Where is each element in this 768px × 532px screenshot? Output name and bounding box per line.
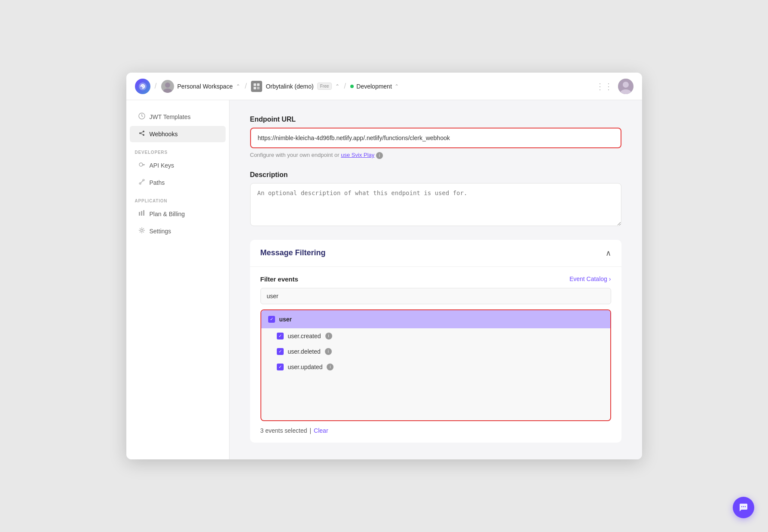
event-label-user: user [279, 316, 292, 323]
hint-prefix: Configure with your own endpoint or [250, 152, 341, 158]
event-item-user-created[interactable]: ✓ user.created i [261, 328, 610, 344]
svg-rect-24 [143, 210, 144, 216]
svg-point-1 [165, 83, 170, 88]
filtering-header[interactable]: Message Filtering ∧ [250, 240, 621, 267]
description-textarea[interactable] [250, 183, 621, 226]
main-layout: JWT Templates Webhooks DEVELOPERS API Ke… [126, 100, 642, 459]
paths-icon [138, 178, 145, 187]
api-keys-icon [138, 161, 145, 170]
checkbox-check-deleted-icon: ✓ [278, 349, 282, 354]
sidebar-item-settings[interactable]: Settings [130, 223, 226, 239]
svg-rect-23 [141, 211, 142, 216]
env-selector[interactable]: Development ⌃ [350, 83, 399, 90]
org-name: Orbytalink (demo) [266, 83, 313, 90]
event-catalog-link[interactable]: Event Catalog › [569, 275, 611, 282]
svg-point-25 [141, 229, 143, 232]
workspace-name: Personal Workspace [177, 83, 233, 90]
svg-line-14 [141, 132, 143, 133]
events-selected-bar: 3 events selected | Clear [260, 427, 611, 434]
sidebar-label-settings: Settings [150, 228, 171, 235]
env-name: Development [356, 83, 392, 90]
workspace-selector[interactable]: Personal Workspace ⌃ [161, 80, 241, 93]
org-selector[interactable]: Orbytalink (demo) Free ⌃ [251, 81, 340, 92]
svg-rect-22 [139, 212, 140, 216]
sep1: / [155, 82, 157, 91]
svg-point-12 [143, 131, 144, 132]
user-created-checkbox[interactable]: ✓ [277, 333, 284, 339]
svg-point-16 [139, 163, 143, 166]
sidebar-label-api-keys: API Keys [150, 162, 174, 169]
checkbox-check-icon: ✓ [270, 317, 273, 321]
svg-rect-4 [257, 83, 260, 86]
sidebar-item-plan-billing[interactable]: Plan & Billing [130, 206, 226, 222]
separator: | [309, 427, 311, 434]
topbar-more-icon[interactable]: ⋮⋮ [596, 81, 613, 92]
description-label: Description [250, 171, 621, 179]
event-catalog-arrow-icon: › [609, 275, 611, 282]
section-developers-label: DEVELOPERS [126, 143, 229, 157]
content-area: Endpoint URL Configure with your own end… [229, 100, 642, 459]
sidebar-item-api-keys[interactable]: API Keys [130, 157, 226, 174]
topbar-right: ⋮⋮ [596, 79, 633, 94]
sep3: / [344, 82, 346, 91]
plan-billing-icon [138, 210, 145, 218]
event-label-user-updated: user.updated [288, 364, 323, 370]
org-plan-badge: Free [317, 83, 332, 90]
sidebar: JWT Templates Webhooks DEVELOPERS API Ke… [126, 100, 229, 459]
workspace-avatar [161, 80, 174, 93]
selected-count: 3 events selected [260, 427, 307, 434]
user-updated-info-icon[interactable]: i [327, 364, 334, 370]
event-item-user[interactable]: ✓ user [261, 310, 610, 328]
svg-point-2 [163, 89, 172, 93]
svg-point-26 [741, 506, 742, 507]
user-avatar[interactable] [618, 79, 633, 94]
endpoint-hint: Configure with your own endpoint or use … [250, 152, 621, 159]
org-icon [251, 81, 262, 92]
collapse-icon[interactable]: ∧ [606, 248, 611, 258]
checkbox-check-updated-icon: ✓ [278, 365, 282, 369]
webhooks-icon [138, 130, 145, 138]
svg-point-13 [143, 134, 144, 136]
event-catalog-label: Event Catalog [569, 275, 607, 282]
hint-info-icon[interactable]: i [376, 152, 383, 159]
event-label-user-deleted: user.deleted [288, 348, 321, 355]
user-checkbox[interactable]: ✓ [268, 316, 275, 323]
events-list: ✓ user ✓ user.created i [260, 309, 611, 421]
filtering-title: Message Filtering [260, 248, 326, 257]
event-search-input[interactable] [260, 288, 611, 304]
user-created-info-icon[interactable]: i [325, 333, 332, 339]
sidebar-item-jwt-templates[interactable]: JWT Templates [130, 109, 226, 125]
user-deleted-checkbox[interactable]: ✓ [277, 348, 284, 355]
clear-button[interactable]: Clear [314, 427, 328, 434]
sidebar-item-paths[interactable]: Paths [130, 174, 226, 191]
chat-fab-button[interactable] [733, 497, 754, 518]
user-deleted-info-icon[interactable]: i [325, 348, 332, 355]
section-application-label: APPLICATION [126, 192, 229, 206]
event-label-user-created: user.created [288, 333, 321, 339]
endpoint-url-input[interactable] [250, 128, 621, 148]
jwt-templates-icon [138, 113, 145, 121]
svg-point-11 [139, 132, 141, 134]
sidebar-label-plan-billing: Plan & Billing [150, 211, 185, 217]
event-item-user-updated[interactable]: ✓ user.updated i [261, 359, 610, 375]
endpoint-url-label: Endpoint URL [250, 116, 621, 123]
sidebar-item-webhooks[interactable]: Webhooks [130, 126, 226, 142]
svg-line-15 [141, 134, 143, 135]
sidebar-label-jwt: JWT Templates [150, 113, 191, 120]
topbar: / Personal Workspace ⌃ / Orbytalink (dem… [126, 73, 642, 100]
filtering-body: Filter events Event Catalog › ✓ [250, 267, 621, 443]
svg-rect-6 [257, 87, 260, 89]
svg-point-27 [743, 506, 744, 507]
app-logo[interactable] [135, 79, 150, 94]
sep2: / [245, 82, 247, 91]
env-status-dot [350, 85, 354, 88]
env-chevron-icon: ⌃ [395, 83, 399, 89]
sidebar-label-paths: Paths [150, 179, 165, 186]
svix-play-link[interactable]: use Svix Play [341, 152, 374, 158]
user-updated-checkbox[interactable]: ✓ [277, 364, 284, 370]
workspace-chevron-icon: ⌃ [236, 83, 240, 89]
svg-rect-5 [254, 87, 256, 89]
event-item-user-deleted[interactable]: ✓ user.deleted i [261, 344, 610, 359]
filtering-section: Message Filtering ∧ Filter events Event … [250, 240, 621, 443]
svg-point-0 [142, 86, 144, 87]
